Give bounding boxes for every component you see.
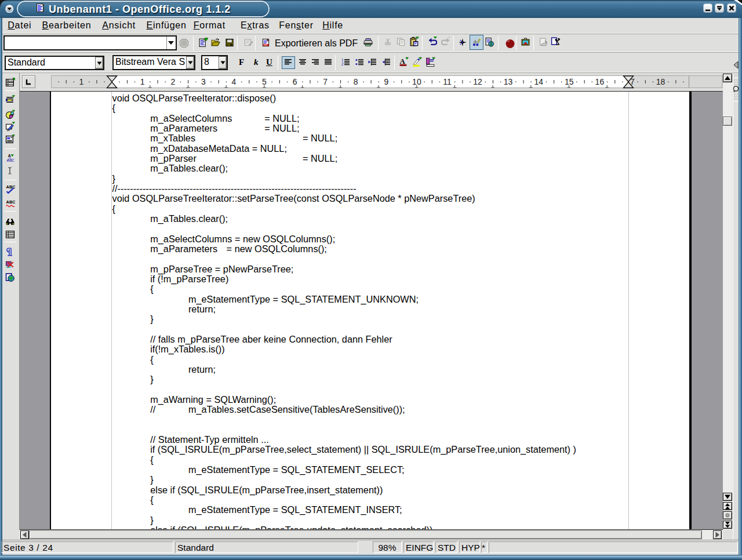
svg-text:11: 11 [443,77,452,86]
svg-text:2: 2 [170,77,175,86]
svg-text:1: 1 [140,77,144,86]
svg-text:A: A [400,57,406,66]
svg-text:ABC: ABC [6,184,15,190]
svg-text:ABC: ABC [7,158,14,162]
svg-text:16: 16 [595,77,604,86]
svg-text:6: 6 [292,77,297,86]
svg-text:12: 12 [473,77,482,86]
svg-text:4: 4 [231,77,236,86]
svg-text:1: 1 [79,77,83,86]
svg-text:18: 18 [656,77,665,86]
svg-text:9: 9 [384,77,388,86]
svg-text:14: 14 [534,77,543,86]
svg-text:3: 3 [201,77,205,86]
svg-text:15: 15 [565,77,574,86]
svg-text:10: 10 [412,77,421,86]
svg-text:A: A [8,154,11,158]
svg-text:1: 1 [341,58,344,62]
svg-text:ABC: ABC [6,199,15,205]
svg-text:5: 5 [262,77,267,86]
svg-text:13: 13 [503,77,512,86]
svg-text:2: 2 [341,62,344,66]
svg-text:8: 8 [353,77,358,86]
svg-text:7: 7 [323,77,328,86]
